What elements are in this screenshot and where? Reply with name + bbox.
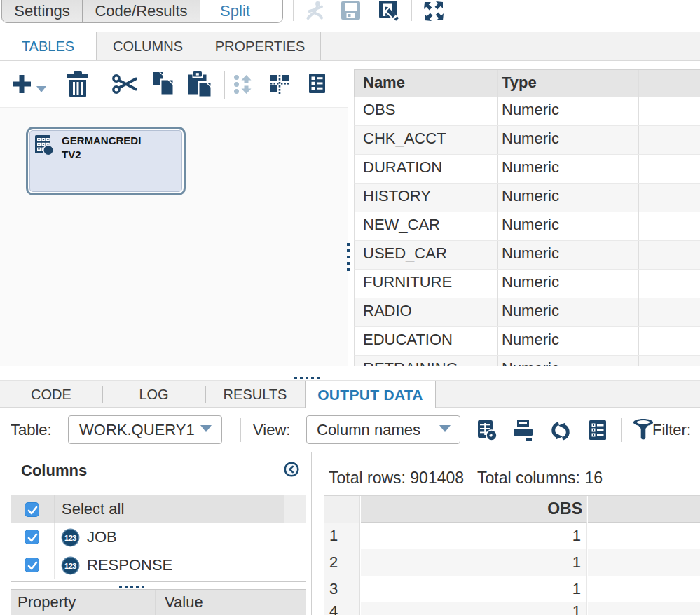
svg-text:123: 123 xyxy=(64,534,76,542)
svg-text:123: 123 xyxy=(64,562,76,570)
